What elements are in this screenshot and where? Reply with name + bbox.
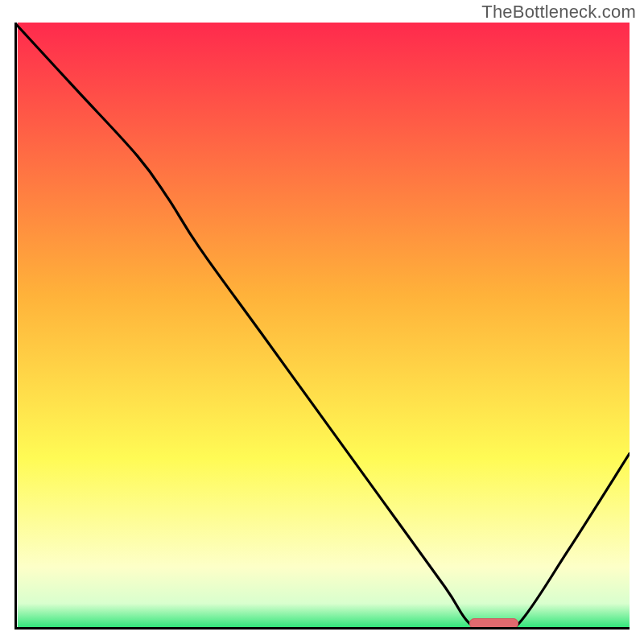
chart-container: TheBottleneck.com — [0, 0, 644, 644]
plot-area — [14, 23, 630, 630]
x-axis — [14, 627, 630, 630]
y-axis — [14, 23, 17, 630]
watermark-text: TheBottleneck.com — [481, 2, 636, 23]
bottleneck-curve — [14, 23, 630, 630]
